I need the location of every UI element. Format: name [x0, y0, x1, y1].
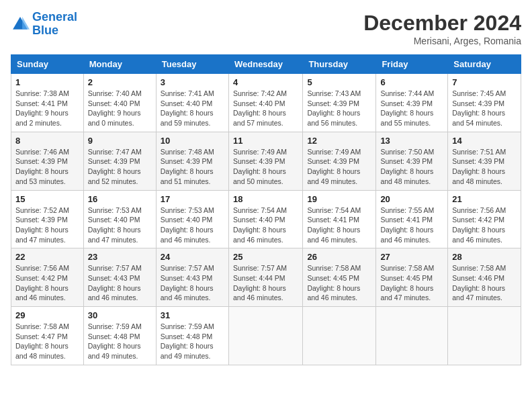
- day-number: 9: [88, 136, 152, 146]
- day-detail: Sunrise: 7:53 AMSunset: 4:40 PMDaylight:…: [161, 206, 214, 244]
- calendar-cell: 20 Sunrise: 7:55 AMSunset: 4:41 PMDaylig…: [376, 190, 448, 248]
- day-detail: Sunrise: 7:40 AMSunset: 4:40 PMDaylight:…: [88, 89, 142, 127]
- day-number: 21: [452, 194, 517, 204]
- day-number: 11: [233, 136, 298, 146]
- day-number: 29: [15, 310, 79, 320]
- day-number: 10: [161, 136, 224, 146]
- day-number: 16: [88, 194, 152, 204]
- calendar-week-row: 1 Sunrise: 7:38 AMSunset: 4:41 PMDayligh…: [11, 74, 521, 132]
- calendar-cell: 3 Sunrise: 7:41 AMSunset: 4:40 PMDayligh…: [156, 74, 228, 132]
- day-detail: Sunrise: 7:41 AMSunset: 4:40 PMDaylight:…: [161, 89, 214, 127]
- calendar-cell: 8 Sunrise: 7:46 AMSunset: 4:39 PMDayligh…: [11, 132, 84, 190]
- day-detail: Sunrise: 7:58 AMSunset: 4:45 PMDaylight:…: [307, 264, 361, 302]
- calendar-cell: 18 Sunrise: 7:54 AMSunset: 4:40 PMDaylig…: [228, 190, 302, 248]
- day-detail: Sunrise: 7:52 AMSunset: 4:39 PMDaylight:…: [15, 206, 69, 244]
- day-number: 19: [307, 194, 371, 204]
- calendar-cell: 21 Sunrise: 7:56 AMSunset: 4:42 PMDaylig…: [448, 190, 521, 248]
- day-detail: Sunrise: 7:44 AMSunset: 4:39 PMDaylight:…: [380, 89, 434, 127]
- calendar-cell: 22 Sunrise: 7:56 AMSunset: 4:42 PMDaylig…: [11, 248, 84, 307]
- day-detail: Sunrise: 7:57 AMSunset: 4:43 PMDaylight:…: [88, 264, 142, 302]
- day-detail: Sunrise: 7:57 AMSunset: 4:43 PMDaylight:…: [161, 264, 214, 302]
- day-number: 1: [15, 77, 79, 87]
- calendar-cell: 14 Sunrise: 7:51 AMSunset: 4:39 PMDaylig…: [448, 132, 521, 190]
- day-detail: Sunrise: 7:54 AMSunset: 4:41 PMDaylight:…: [307, 206, 361, 244]
- day-number: 6: [380, 77, 443, 87]
- subtitle: Merisani, Arges, Romania: [363, 36, 521, 46]
- day-detail: Sunrise: 7:59 AMSunset: 4:48 PMDaylight:…: [88, 322, 142, 360]
- calendar-cell: 5 Sunrise: 7:43 AMSunset: 4:39 PMDayligh…: [303, 74, 376, 132]
- day-detail: Sunrise: 7:47 AMSunset: 4:39 PMDaylight:…: [88, 148, 142, 185]
- calendar-cell: 23 Sunrise: 7:57 AMSunset: 4:43 PMDaylig…: [83, 248, 156, 307]
- calendar-cell: 10 Sunrise: 7:48 AMSunset: 4:39 PMDaylig…: [156, 132, 228, 190]
- day-number: 25: [233, 252, 298, 262]
- day-header-wednesday: Wednesday: [228, 55, 302, 74]
- day-number: 30: [88, 310, 152, 320]
- month-title: December 2024: [363, 11, 521, 36]
- day-number: 26: [307, 252, 371, 262]
- calendar-week-row: 22 Sunrise: 7:56 AMSunset: 4:42 PMDaylig…: [11, 248, 521, 307]
- page-header: General Blue December 2024 Merisani, Arg…: [11, 11, 521, 46]
- day-number: 28: [452, 252, 517, 262]
- calendar-cell: 9 Sunrise: 7:47 AMSunset: 4:39 PMDayligh…: [83, 132, 156, 190]
- calendar-cell: 30 Sunrise: 7:59 AMSunset: 4:48 PMDaylig…: [83, 307, 156, 365]
- day-detail: Sunrise: 7:46 AMSunset: 4:39 PMDaylight:…: [15, 148, 69, 185]
- calendar-cell: [228, 307, 302, 365]
- day-number: 13: [380, 136, 443, 146]
- day-detail: Sunrise: 7:45 AMSunset: 4:39 PMDaylight:…: [452, 89, 506, 127]
- day-header-saturday: Saturday: [448, 55, 521, 74]
- day-detail: Sunrise: 7:53 AMSunset: 4:40 PMDaylight:…: [88, 206, 142, 244]
- day-detail: Sunrise: 7:42 AMSunset: 4:40 PMDaylight:…: [233, 89, 287, 127]
- day-detail: Sunrise: 7:49 AMSunset: 4:39 PMDaylight:…: [233, 148, 287, 185]
- day-number: 23: [88, 252, 152, 262]
- day-detail: Sunrise: 7:57 AMSunset: 4:44 PMDaylight:…: [233, 264, 287, 302]
- calendar-cell: 7 Sunrise: 7:45 AMSunset: 4:39 PMDayligh…: [448, 74, 521, 132]
- calendar-cell: 16 Sunrise: 7:53 AMSunset: 4:40 PMDaylig…: [83, 190, 156, 248]
- day-number: 27: [380, 252, 443, 262]
- day-detail: Sunrise: 7:48 AMSunset: 4:39 PMDaylight:…: [161, 148, 214, 185]
- day-header-monday: Monday: [83, 55, 156, 74]
- day-number: 5: [307, 77, 371, 87]
- day-header-sunday: Sunday: [11, 55, 84, 74]
- day-number: 18: [233, 194, 298, 204]
- calendar-week-row: 8 Sunrise: 7:46 AMSunset: 4:39 PMDayligh…: [11, 132, 521, 190]
- calendar-cell: 29 Sunrise: 7:58 AMSunset: 4:47 PMDaylig…: [11, 307, 84, 365]
- calendar-cell: 31 Sunrise: 7:59 AMSunset: 4:48 PMDaylig…: [156, 307, 228, 365]
- logo-text: General Blue: [32, 11, 77, 38]
- day-number: 3: [161, 77, 224, 87]
- calendar-cell: 24 Sunrise: 7:57 AMSunset: 4:43 PMDaylig…: [156, 248, 228, 307]
- calendar-cell: 15 Sunrise: 7:52 AMSunset: 4:39 PMDaylig…: [11, 190, 84, 248]
- day-detail: Sunrise: 7:55 AMSunset: 4:41 PMDaylight:…: [380, 206, 434, 244]
- day-number: 15: [15, 194, 79, 204]
- calendar-week-row: 29 Sunrise: 7:58 AMSunset: 4:47 PMDaylig…: [11, 307, 521, 365]
- day-detail: Sunrise: 7:50 AMSunset: 4:39 PMDaylight:…: [380, 148, 434, 185]
- calendar-cell: 13 Sunrise: 7:50 AMSunset: 4:39 PMDaylig…: [376, 132, 448, 190]
- calendar-cell: 25 Sunrise: 7:57 AMSunset: 4:44 PMDaylig…: [228, 248, 302, 307]
- calendar-header-row: SundayMondayTuesdayWednesdayThursdayFrid…: [11, 55, 521, 74]
- day-number: 4: [233, 77, 298, 87]
- logo-icon: [11, 15, 30, 34]
- day-number: 20: [380, 194, 443, 204]
- day-number: 12: [307, 136, 371, 146]
- day-number: 14: [452, 136, 517, 146]
- calendar-cell: 11 Sunrise: 7:49 AMSunset: 4:39 PMDaylig…: [228, 132, 302, 190]
- day-detail: Sunrise: 7:56 AMSunset: 4:42 PMDaylight:…: [15, 264, 69, 302]
- calendar-cell: 28 Sunrise: 7:58 AMSunset: 4:46 PMDaylig…: [448, 248, 521, 307]
- day-header-tuesday: Tuesday: [156, 55, 228, 74]
- day-detail: Sunrise: 7:58 AMSunset: 4:45 PMDaylight:…: [380, 264, 434, 302]
- calendar-table: SundayMondayTuesdayWednesdayThursdayFrid…: [11, 54, 521, 365]
- calendar-cell: [448, 307, 521, 365]
- svg-marker-1: [22, 17, 30, 30]
- day-number: 22: [15, 252, 79, 262]
- day-header-thursday: Thursday: [303, 55, 376, 74]
- calendar-cell: 26 Sunrise: 7:58 AMSunset: 4:45 PMDaylig…: [303, 248, 376, 307]
- calendar-week-row: 15 Sunrise: 7:52 AMSunset: 4:39 PMDaylig…: [11, 190, 521, 248]
- calendar-cell: 12 Sunrise: 7:49 AMSunset: 4:39 PMDaylig…: [303, 132, 376, 190]
- day-number: 31: [161, 310, 224, 320]
- calendar-cell: 27 Sunrise: 7:58 AMSunset: 4:45 PMDaylig…: [376, 248, 448, 307]
- day-number: 2: [88, 77, 152, 87]
- day-number: 7: [452, 77, 517, 87]
- calendar-cell: [303, 307, 376, 365]
- day-number: 17: [161, 194, 224, 204]
- day-number: 8: [15, 136, 79, 146]
- title-block: December 2024 Merisani, Arges, Romania: [363, 11, 521, 46]
